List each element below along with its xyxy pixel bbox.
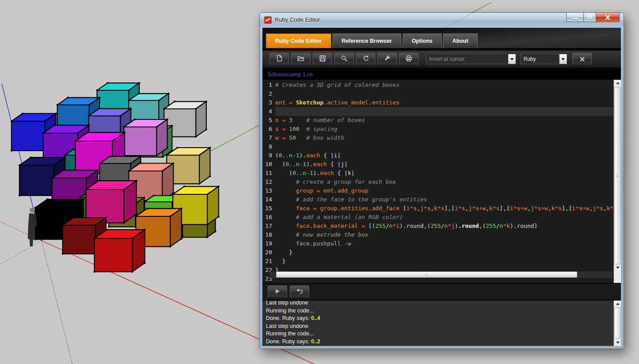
code-line-20: } (275, 248, 613, 257)
scrollbar-thumb[interactable] (614, 87, 620, 264)
code-line-4 (275, 107, 613, 116)
code-line-6: s = 100 # spacing (275, 125, 613, 134)
insert-at-cursor-placeholder: Insert at cursor: (426, 56, 508, 62)
printer-icon (405, 55, 412, 63)
console-line: Done. Ruby says: 0..4 (266, 315, 613, 323)
print-button[interactable] (399, 53, 419, 65)
console-line: Last step undone (266, 323, 613, 331)
code-horizontal-scrollbar[interactable] (269, 271, 613, 278)
tab-about[interactable]: About (443, 33, 478, 48)
insert-at-cursor-dropdown[interactable]: Insert at cursor: (426, 54, 516, 64)
play-icon (275, 288, 280, 296)
code-line-9: (0..n-1).each { |i| (275, 151, 613, 160)
chevron-down-icon[interactable] (559, 54, 567, 64)
code-line-8 (275, 142, 613, 151)
open-folder-icon (297, 55, 305, 63)
code-line-1: # Creates a 3D grid of colored boxes (275, 81, 613, 89)
scroll-up-arrow-icon[interactable] (614, 301, 621, 307)
editor-panel: Ruby Code EditorReference BrowserOptions… (262, 28, 621, 346)
undo-arrow-icon (296, 288, 303, 296)
window-title: Ruby Code Editor (275, 16, 320, 23)
scroll-down-arrow-icon[interactable] (614, 339, 621, 346)
tab-options[interactable]: Options (403, 33, 442, 48)
scroll-left-arrow-icon[interactable] (269, 271, 276, 278)
code-line-12: # create a group for each box (275, 178, 613, 186)
open-file-button[interactable] (291, 53, 310, 65)
titlebar[interactable]: Ruby Code Editor (260, 13, 624, 28)
console-line: Last step undone (266, 301, 613, 307)
new-file-icon (276, 55, 283, 63)
refresh-icon (362, 55, 369, 63)
code-line-17: face.back_material = [(255/n*i).round,(2… (275, 222, 613, 230)
close-x-icon (605, 15, 610, 20)
console-vertical-scrollbar[interactable] (613, 301, 621, 346)
code-line-5: n = 3 # number of boxes (275, 116, 613, 125)
code-line-3: ent = Sketchup.active_model.entities (275, 98, 613, 107)
toolbar: Insert at cursor: Ruby (262, 51, 621, 67)
open-file-name[interactable]: 3dbasecamp 1.rb (268, 71, 313, 78)
console-line: Running the code... (266, 330, 613, 338)
code-line-10: (0..n-1).each { |j| (275, 160, 613, 169)
toolbar-close-button[interactable] (572, 53, 592, 65)
code-line-18: # now extrude the box (275, 230, 613, 239)
save-icon (319, 55, 326, 63)
scrollbar-thumb[interactable] (276, 271, 577, 278)
code-line-7: w = 50 # box width (275, 134, 613, 142)
colored-cube (19, 165, 54, 196)
code-line-19: face.pushpull -w (275, 239, 613, 248)
search-icon (341, 55, 348, 63)
scrollbar-thumb[interactable] (614, 308, 620, 339)
code-line-2 (275, 89, 613, 98)
chevron-down-icon[interactable] (508, 54, 516, 64)
code-line-21: } (275, 257, 613, 266)
app-logo-icon (264, 16, 272, 24)
code-line-16: # add a material (an RGB color) (275, 213, 613, 222)
scroll-right-arrow-icon[interactable] (606, 271, 613, 278)
console-text: Last step undoneRunning the code...Done.… (266, 301, 613, 345)
wrench-icon (384, 55, 391, 63)
code-line-15: face = group.entities.add_face [i*s,j*s,… (275, 204, 613, 213)
tab-strip: Ruby Code EditorReference BrowserOptions… (262, 28, 621, 48)
tools-button[interactable] (377, 53, 397, 65)
console-line: Done. Ruby says: 0..2 (266, 338, 613, 346)
colored-cube (63, 225, 95, 254)
run-code-button[interactable] (268, 286, 287, 298)
language-value: Ruby (521, 56, 559, 62)
code-editor[interactable]: 1234567891011121314151617181920212223 # … (262, 80, 621, 283)
code-text[interactable]: # Creates a 3D grid of colored boxes ent… (275, 81, 613, 283)
axis-line (41, 241, 72, 364)
output-console[interactable]: Last step undoneRunning the code...Done.… (262, 301, 621, 346)
new-file-button[interactable] (269, 53, 289, 65)
save-file-button[interactable] (313, 53, 332, 65)
file-tab-bar: 3dbasecamp 1.rb (262, 70, 621, 80)
run-button-bar (262, 284, 621, 300)
language-dropdown[interactable]: Ruby (520, 54, 567, 64)
scroll-up-arrow-icon[interactable] (614, 80, 621, 86)
colored-cube (11, 121, 45, 151)
code-vertical-scrollbar[interactable] (613, 80, 621, 283)
console-line: Running the code... (266, 307, 613, 315)
code-line-11: (0..n-1).each { |k| (275, 169, 613, 178)
axis-line (0, 241, 41, 264)
scroll-down-arrow-icon[interactable] (614, 264, 621, 271)
tab-reference-browser[interactable]: Reference Browser (333, 33, 401, 48)
search-button[interactable] (334, 53, 354, 65)
x-icon (580, 57, 585, 62)
ruby-code-editor-window: Ruby Code Editor Ruby Code EditorReferen… (259, 12, 624, 349)
undo-button[interactable] (290, 286, 309, 298)
refresh-button[interactable] (356, 53, 375, 65)
maximize-button[interactable] (584, 13, 596, 22)
line-number-gutter: 1234567891011121314151617181920212223 (262, 81, 274, 283)
code-line-13: group = ent.add_group (275, 186, 613, 195)
colored-cube (124, 127, 157, 156)
minimize-button[interactable] (566, 13, 584, 22)
close-button[interactable] (596, 13, 620, 22)
tab-ruby-code-editor[interactable]: Ruby Code Editor (266, 33, 331, 48)
code-line-14: # add the face to the group's entities (275, 195, 613, 204)
colored-cube (94, 238, 132, 272)
